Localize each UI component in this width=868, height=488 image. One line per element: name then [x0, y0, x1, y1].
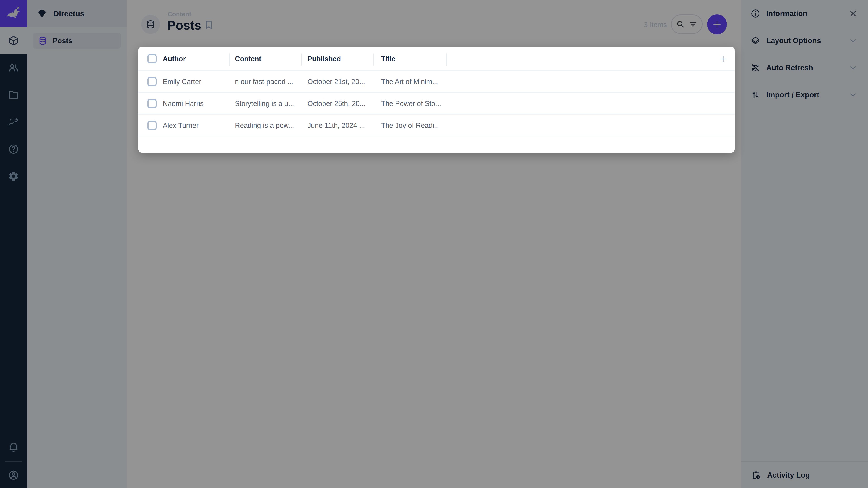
column-divider[interactable]: [229, 53, 230, 66]
directus-app: Directus Posts Content Posts: [0, 0, 868, 488]
row-checkbox[interactable]: [147, 99, 157, 108]
column-header-title[interactable]: Title: [381, 47, 395, 71]
cell-author: Naomi Harris: [163, 93, 204, 115]
select-all-checkbox[interactable]: [147, 54, 157, 64]
column-header-author[interactable]: Author: [163, 47, 186, 71]
column-header-published[interactable]: Published: [307, 47, 341, 71]
items-table-card: Author Content Published Title Emily Car…: [138, 47, 735, 153]
cell-content: Storytelling is a u...: [235, 93, 294, 115]
cell-published: October 21st, 20...: [307, 71, 365, 93]
column-divider[interactable]: [301, 53, 302, 66]
cell-content: Reading is a pow...: [235, 115, 294, 136]
table-row[interactable]: Emily Carter n our fast-paced ... Octobe…: [138, 71, 735, 93]
cell-published: June 11th, 2024 ...: [307, 115, 365, 136]
add-column-button[interactable]: [718, 47, 728, 71]
table-row[interactable]: Naomi Harris Storytelling is a u... Octo…: [138, 93, 735, 115]
plus-icon: [718, 54, 728, 64]
column-divider[interactable]: [373, 53, 374, 66]
cell-author: Emily Carter: [163, 71, 202, 93]
column-divider[interactable]: [446, 53, 447, 66]
cell-author: Alex Turner: [163, 115, 199, 136]
row-checkbox[interactable]: [147, 77, 157, 86]
column-header-content[interactable]: Content: [235, 47, 261, 71]
cell-content: n our fast-paced ...: [235, 71, 293, 93]
cell-title: The Art of Minim...: [381, 71, 438, 93]
cell-title: The Power of Sto...: [381, 93, 441, 115]
cell-published: October 25th, 20...: [307, 93, 366, 115]
cell-title: The Joy of Readi...: [381, 115, 440, 136]
row-checkbox[interactable]: [147, 121, 157, 130]
table-header-row: Author Content Published Title: [138, 47, 735, 71]
table-row[interactable]: Alex Turner Reading is a pow... June 11t…: [138, 115, 735, 136]
